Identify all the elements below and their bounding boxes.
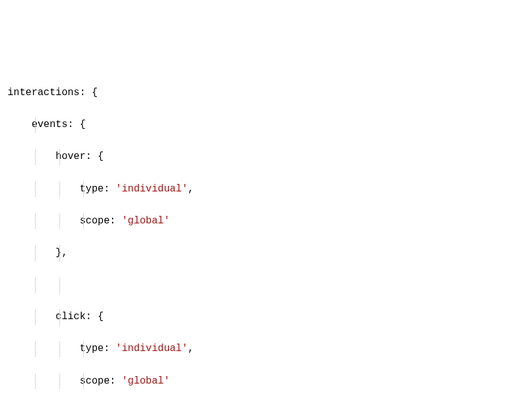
tok-key: scope xyxy=(79,375,110,387)
code-line: events: { xyxy=(8,117,524,133)
indent-guide xyxy=(35,309,36,325)
code-line: scope: 'global' xyxy=(8,374,524,390)
indent-guide xyxy=(83,181,84,198)
indent-guide xyxy=(83,374,84,390)
code-line: hover: { xyxy=(8,149,524,165)
tok-punct: , xyxy=(188,183,194,195)
tok-key: click xyxy=(56,311,86,322)
indent-guide xyxy=(35,149,36,165)
indent-guide xyxy=(59,341,60,357)
code-line xyxy=(8,277,524,293)
indent-guide xyxy=(83,341,84,357)
indent-guide xyxy=(59,245,60,262)
indent-guide xyxy=(35,341,36,357)
tok-punct: : xyxy=(110,375,121,387)
tok-key: hover xyxy=(56,151,86,162)
tok-string: 'individual' xyxy=(116,183,188,195)
code-line: }, xyxy=(8,245,524,262)
tok-punct: : { xyxy=(79,87,98,98)
tok-string: 'individual' xyxy=(116,343,188,354)
tok-key: interactions xyxy=(8,87,79,98)
tok-key: scope xyxy=(79,215,110,227)
indent-guide xyxy=(59,374,60,390)
code-line: click: { xyxy=(8,309,524,325)
indent-guide xyxy=(35,374,36,390)
tok-punct: : { xyxy=(86,151,104,162)
indent-guide xyxy=(59,277,60,293)
tok-punct: : { xyxy=(68,119,86,130)
indent-guide xyxy=(59,149,60,165)
indent-guide xyxy=(59,309,60,325)
code-line: scope: 'global' xyxy=(8,213,524,230)
tok-punct: : xyxy=(110,215,121,227)
indent-guide xyxy=(35,245,36,262)
tok-key: events xyxy=(31,119,68,130)
indent-guide xyxy=(35,181,36,198)
code-line: type: 'individual', xyxy=(8,341,524,357)
indent-guide xyxy=(59,213,60,230)
indent-guide xyxy=(35,117,36,133)
indent-guide xyxy=(35,213,36,230)
code-line: interactions: { xyxy=(8,85,524,101)
code-line: type: 'individual', xyxy=(8,181,524,198)
tok-punct: : xyxy=(104,183,116,195)
indent-guide xyxy=(35,277,36,293)
code-block: interactions: { events: { hover: { type:… xyxy=(8,69,524,398)
indent-guide xyxy=(83,213,84,230)
indent-guide xyxy=(59,181,60,198)
tok-punct: : { xyxy=(86,311,104,322)
tok-string: 'global' xyxy=(121,215,170,227)
tok-punct: : xyxy=(104,343,116,354)
tok-punct: }, xyxy=(56,247,68,258)
tok-string: 'global' xyxy=(121,375,170,387)
tok-punct: , xyxy=(188,343,194,354)
